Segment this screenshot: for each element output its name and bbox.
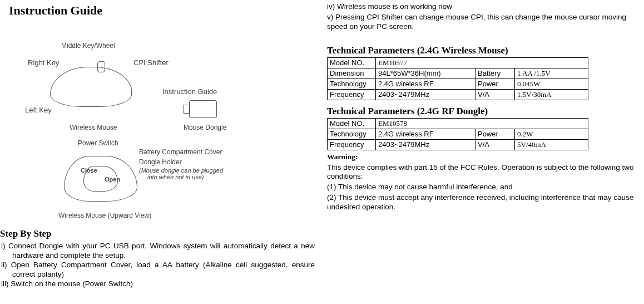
diagram-mouse-top: Middle Key/Wheel Right Key CPI Shifter I…: [17, 22, 250, 134]
steps-heading: Step By Step: [0, 228, 315, 239]
warning-text-1: This device complies with part 15 of the…: [327, 163, 642, 182]
label-upward-view: Wireless Mouse (Upward View): [58, 212, 151, 219]
step-item: i) Connect Dongle with your PC USB port,…: [1, 242, 315, 261]
cell-power-label: Power: [475, 79, 515, 89]
warning-text-3: (2) This device must accept any interfer…: [327, 193, 642, 212]
page-title: Instruction Guide: [9, 3, 315, 18]
mouse-wheel-icon: [97, 61, 105, 72]
step-text: Pressing CPI Shifter can change mouse CP…: [327, 13, 626, 31]
cell-dimension: 94L*65W*36H(mm): [376, 68, 475, 79]
step-text: Wireless mouse is on working now: [337, 2, 452, 11]
cell-frequency: 2403~2479MHz: [376, 139, 475, 150]
table-row: Model NO. EM10577: [328, 57, 588, 68]
diagram-mouse-bottom: Power Switch Battery Compartment Cover D…: [28, 134, 261, 223]
label-right-key: Right Key: [28, 58, 59, 67]
cell-dimension-label: Dimension: [328, 68, 376, 79]
label-dongle-note-1: (Mouse dongle can be plugged: [139, 167, 223, 174]
label-dongle-note-2: into when not in use): [147, 174, 204, 180]
mouse-spec-table: Model NO. EM10577 Dimension 94L*65W*36H(…: [327, 57, 588, 100]
cell-technology-label: Technology: [328, 129, 376, 139]
label-middle-key: Middle Key/Wheel: [61, 42, 115, 50]
cell-technology: 2.4G wireless RF: [376, 79, 475, 89]
table-row: Frequency 2403~2479MHz V/A 1.5V/30mA: [328, 89, 588, 100]
step-item: ii) Open Battery Compartment Cover, load…: [1, 261, 315, 280]
cell-model-no: EM10578: [376, 118, 588, 129]
warning-heading: Warning:: [327, 153, 642, 162]
mouse-spec-heading: Technical Parameters (2.4G Wireless Mous…: [327, 45, 642, 56]
label-dongle-holder: Dongle Holder: [139, 158, 182, 166]
step-text: Connect Dongle with your PC USB port, Wi…: [8, 242, 315, 259]
label-instruction-guide: Instruction Guide: [162, 87, 217, 96]
dongle-spec-heading: Technical Parameters (2.4G RF Dongle): [327, 106, 642, 117]
steps-list: i) Connect Dongle with your PC USB port,…: [0, 242, 315, 288]
cell-power: 0.045W: [515, 79, 588, 89]
step-marker: ii): [1, 261, 7, 269]
label-wireless-mouse: Wireless Mouse: [70, 124, 117, 131]
warning-text-2: (1) This device may not cause harmful in…: [327, 183, 642, 192]
dongle-outline: [189, 100, 217, 118]
step-text: Switch on the mouse (Power Switch): [11, 280, 133, 288]
cell-power-label: Power: [475, 129, 515, 139]
cell-power: 0.2W: [515, 129, 588, 139]
cell-technology: 2.4G wireless RF: [376, 129, 475, 139]
cell-frequency-label: Frequency: [328, 89, 376, 100]
cell-model-no-label: Model NO.: [328, 118, 376, 129]
cell-model-no-label: Model NO.: [328, 57, 376, 68]
cell-frequency-label: Frequency: [328, 139, 376, 150]
label-mouse-dongle: Mouse Dongle: [184, 124, 226, 131]
label-power-switch: Power Switch: [78, 139, 118, 147]
step-continued: iv) Wireless mouse is on working now: [327, 2, 642, 12]
cell-technology-label: Technology: [328, 79, 376, 89]
table-row: Technology 2.4G wireless RF Power 0.2W: [328, 129, 588, 139]
step-item: iii) Switch on the mouse (Power Switch): [1, 280, 315, 289]
label-open: Open: [105, 176, 120, 183]
cell-va-label: V/A: [475, 139, 515, 150]
step-marker: v): [327, 13, 333, 21]
step-text: Open Battery Compartment Cover, load a A…: [11, 261, 315, 278]
table-row: Dimension 94L*65W*36H(mm) Battery 1 AA /…: [328, 68, 588, 79]
cell-battery-label: Battery: [475, 68, 515, 79]
step-marker: iv): [327, 2, 335, 11]
table-row: Model NO. EM10578: [328, 118, 588, 129]
cell-model-no: EM10577: [376, 57, 588, 68]
step-marker: iii): [1, 280, 9, 288]
dongle-spec-table: Model NO. EM10578 Technology 2.4G wirele…: [327, 118, 588, 150]
cell-va: 5V/40mA: [515, 139, 588, 150]
label-close: Close: [81, 167, 97, 174]
dongle-plug-icon: [184, 105, 190, 114]
label-battery-cover: Battery Compartment Cover: [139, 148, 222, 156]
table-row: Technology 2.4G wireless RF Power 0.045W: [328, 79, 588, 89]
cell-frequency: 2403~2479MHz: [376, 89, 475, 100]
cell-va: 1.5V/30mA: [515, 89, 588, 100]
cell-va-label: V/A: [475, 89, 515, 100]
mouse-outline: [50, 67, 132, 107]
step-marker: i): [1, 242, 6, 250]
cell-battery: 1 AA /1.5V: [515, 68, 588, 79]
step-continued: v) Pressing CPI Shifter can change mouse…: [327, 13, 642, 32]
label-cpi-shifter: CPI Shifter: [133, 58, 169, 67]
table-row: Frequency 2403~2479MHz V/A 5V/40mA: [328, 139, 588, 150]
label-left-key: Left Key: [25, 106, 52, 114]
